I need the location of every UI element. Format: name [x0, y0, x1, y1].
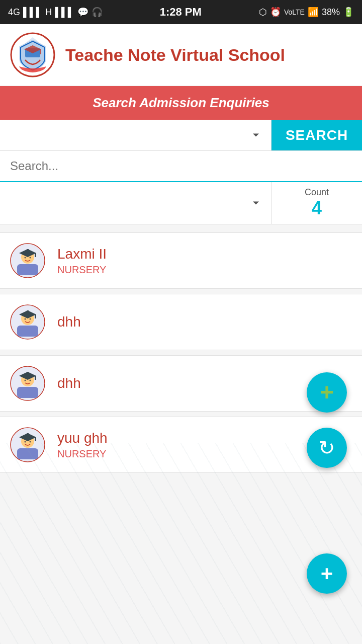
- search-banner: Search Admission Enquiries: [0, 86, 362, 120]
- alarm-icon: ⏰: [270, 7, 281, 18]
- svg-rect-6: [17, 264, 38, 275]
- svg-point-35: [25, 441, 26, 443]
- svg-point-12: [30, 257, 31, 259]
- add2-icon: +: [321, 563, 333, 584]
- wifi-icon: 📶: [308, 7, 319, 18]
- whatsapp-icon: 💬: [77, 7, 88, 18]
- network-bars: ▌▌▌: [55, 7, 74, 18]
- battery-icon: 🔋: [343, 7, 354, 18]
- count-value: 4: [312, 198, 322, 219]
- search-button[interactable]: SEARCH: [272, 120, 362, 150]
- search-input-row: [0, 151, 362, 182]
- student-info: Laxmi II NURSERY: [57, 246, 107, 276]
- student-list: Laxmi II NURSERY dhh: [0, 232, 362, 473]
- add-icon: +: [320, 380, 334, 405]
- svg-rect-25: [27, 372, 29, 375]
- student-name: yuu ghh: [57, 430, 108, 446]
- count-box: Count 4: [272, 182, 362, 224]
- status-bar: 4G ▌▌▌ H ▌▌▌ 💬 🎧 1:28 PM ⬡ ⏰ VoLTE 📶 38%…: [0, 0, 362, 24]
- app-header: Teache Note Virtual School: [0, 24, 362, 86]
- dropdown-search-row: SEARCH: [0, 120, 362, 151]
- headset-icon: 🎧: [92, 7, 103, 18]
- student-avatar: [10, 427, 45, 462]
- svg-rect-26: [35, 376, 36, 380]
- svg-point-27: [25, 380, 26, 381]
- search-input[interactable]: [0, 151, 362, 181]
- status-right: ⬡ ⏰ VoLTE 📶 38% 🔋: [259, 7, 354, 18]
- student-info: yuu ghh NURSERY: [57, 430, 108, 460]
- student-card[interactable]: Laxmi II NURSERY: [0, 232, 362, 289]
- student-name: dhh: [57, 375, 81, 391]
- network-h: H: [45, 7, 52, 18]
- svg-rect-17: [27, 310, 29, 313]
- refresh-icon: ↻: [318, 436, 335, 459]
- svg-point-28: [30, 380, 31, 381]
- student-card[interactable]: dhh: [0, 355, 362, 412]
- filter-count-row: Count 4: [0, 182, 362, 224]
- school-name-text: Teache Note Virtual School: [65, 45, 285, 65]
- filter-dropdown[interactable]: [0, 182, 272, 224]
- svg-rect-18: [35, 314, 36, 318]
- svg-rect-4: [40, 49, 41, 54]
- svg-rect-10: [35, 253, 36, 257]
- status-time: 1:28 PM: [160, 6, 202, 19]
- volte-icon: VoLTE: [284, 8, 305, 16]
- svg-rect-34: [35, 437, 36, 441]
- fab-add-button[interactable]: +: [307, 372, 347, 413]
- fab-refresh-button[interactable]: ↻: [307, 428, 347, 468]
- student-name: dhh: [57, 314, 81, 330]
- svg-rect-33: [27, 433, 29, 436]
- fab-add2-button[interactable]: +: [307, 553, 347, 594]
- student-card[interactable]: dhh: [0, 294, 362, 350]
- svg-rect-30: [17, 448, 38, 459]
- status-left: 4G ▌▌▌ H ▌▌▌ 💬 🎧: [8, 7, 103, 18]
- signal-bars: ▌▌▌: [23, 7, 42, 18]
- background-pattern: [0, 443, 362, 644]
- battery-text: 38%: [322, 7, 340, 18]
- svg-point-11: [25, 257, 26, 259]
- school-logo: [10, 32, 55, 77]
- svg-point-36: [30, 441, 31, 443]
- student-class: NURSERY: [57, 264, 107, 276]
- student-avatar: [10, 304, 45, 340]
- svg-rect-22: [17, 387, 38, 398]
- student-name: Laxmi II: [57, 246, 107, 262]
- student-info: dhh: [57, 375, 81, 391]
- svg-point-19: [25, 318, 26, 320]
- bluetooth-icon: ⬡: [259, 7, 267, 18]
- student-info: dhh: [57, 314, 81, 330]
- svg-point-20: [30, 318, 31, 320]
- svg-rect-9: [27, 249, 29, 252]
- signal-icon: 4G: [8, 7, 20, 18]
- category-dropdown[interactable]: [0, 120, 272, 150]
- count-label: Count: [305, 187, 329, 198]
- svg-rect-14: [17, 326, 38, 337]
- student-avatar: [10, 366, 45, 401]
- student-class: NURSERY: [57, 448, 108, 460]
- student-avatar: [10, 243, 45, 278]
- search-area: SEARCH Count 4: [0, 120, 362, 224]
